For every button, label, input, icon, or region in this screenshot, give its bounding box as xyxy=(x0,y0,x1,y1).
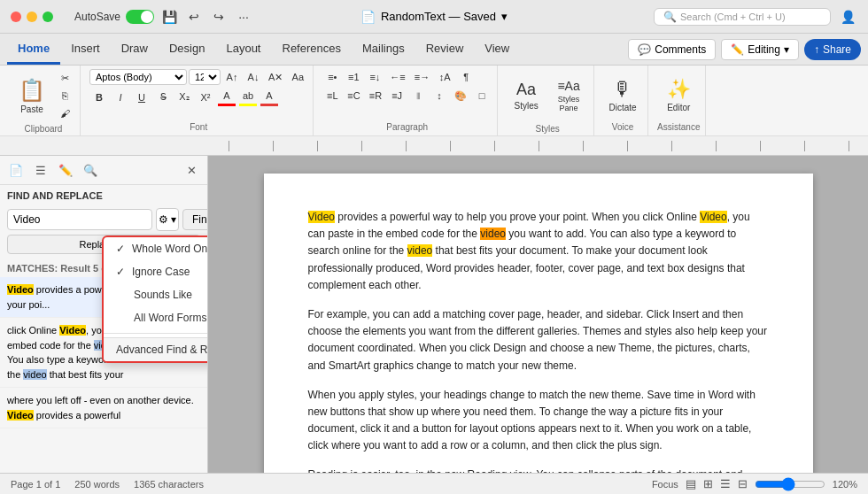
tab-layout[interactable]: Layout xyxy=(215,34,271,65)
doc-word-highlight: Video xyxy=(308,211,335,223)
shading-button[interactable]: 🎨 xyxy=(451,88,470,104)
decrease-indent-button[interactable]: ←≡ xyxy=(386,69,408,85)
editing-label: Editing xyxy=(748,43,780,56)
result-highlight: Video xyxy=(7,410,34,421)
line-spacing-button[interactable]: ↕ xyxy=(430,88,449,104)
all-word-forms-option[interactable]: All Word Forms xyxy=(104,306,208,329)
superscript-button[interactable]: X² xyxy=(196,89,215,105)
comments-button[interactable]: 💬 Comments xyxy=(628,39,716,60)
styles-button[interactable]: Aa Styles xyxy=(507,69,546,122)
format-paint-button[interactable]: 🖌 xyxy=(55,105,74,121)
text-shading-button[interactable]: A xyxy=(260,88,279,104)
tab-view[interactable]: View xyxy=(474,34,520,65)
doc-page: Video provides a powerful way to help yo… xyxy=(264,174,813,473)
find-list-button[interactable]: ☰ xyxy=(30,159,51,181)
show-hide-button[interactable]: ¶ xyxy=(456,69,476,85)
tab-draw[interactable]: Draw xyxy=(111,34,159,65)
close-button[interactable] xyxy=(11,12,21,22)
font-color-button[interactable]: A xyxy=(217,88,236,104)
editor-button[interactable]: ✨ Editor xyxy=(659,69,698,120)
font-size-select[interactable]: 12 xyxy=(189,69,221,85)
dictate-button[interactable]: 🎙 Dictate xyxy=(603,69,642,120)
title-bar-right: 🔍 Search (Cmd + Ctrl + U) 👤 xyxy=(654,7,857,27)
redo-icon[interactable]: ↪ xyxy=(209,7,229,27)
find-search-button[interactable]: 🔍 xyxy=(80,159,101,181)
focus-button[interactable]: Focus xyxy=(652,479,678,490)
editing-chevron: ▾ xyxy=(784,43,789,56)
editor-icon: ✨ xyxy=(667,78,691,101)
doc-area[interactable]: Video provides a powerful way to help yo… xyxy=(208,156,868,473)
view-icon-2[interactable]: ⊞ xyxy=(703,477,713,490)
columns-button[interactable]: ⫴ xyxy=(408,88,428,104)
undo-icon[interactable]: ↩ xyxy=(184,7,204,27)
result-highlight: Video xyxy=(7,284,34,295)
editing-button[interactable]: ✏️ Editing ▾ xyxy=(721,39,799,60)
doc-title-chevron[interactable]: ▾ xyxy=(501,10,508,23)
styles-pane-button[interactable]: ≡Aa Styles Pane xyxy=(549,69,588,122)
multilevel-button[interactable]: ≡↓ xyxy=(365,69,384,85)
find-button[interactable]: Find xyxy=(182,209,208,230)
sort-button[interactable]: ↕A xyxy=(435,69,454,85)
subscript-button[interactable]: X₂ xyxy=(174,89,194,105)
find-close-button[interactable]: ✕ xyxy=(181,159,202,181)
find-new-doc-button[interactable]: 📄 xyxy=(5,159,27,181)
bullets-button[interactable]: ≡• xyxy=(322,69,342,85)
find-edit-button[interactable]: ✏️ xyxy=(55,159,76,181)
copy-button[interactable]: ⎘ xyxy=(55,88,74,104)
bold-button[interactable]: B xyxy=(89,89,109,105)
share-button[interactable]: ↑ Share xyxy=(804,39,861,60)
tab-home[interactable]: Home xyxy=(7,34,60,65)
tab-design[interactable]: Design xyxy=(159,34,215,65)
font-color-bar xyxy=(218,104,236,106)
paste-button[interactable]: 📋 Paste xyxy=(12,69,51,122)
justify-button[interactable]: ≡J xyxy=(387,88,407,104)
editor-group: ✨ Editor Assistance xyxy=(652,66,706,135)
font-grow-button[interactable]: A↑ xyxy=(222,69,242,85)
increase-indent-button[interactable]: ≡→ xyxy=(411,69,433,85)
tab-mailings[interactable]: Mailings xyxy=(352,34,415,65)
doc-word-highlight: video xyxy=(407,244,433,257)
whole-word-option[interactable]: Whole Word Only xyxy=(104,237,208,260)
search-bar[interactable]: 🔍 Search (Cmd + Ctrl + U) xyxy=(654,8,831,26)
font-family-select[interactable]: Aptos (Body) xyxy=(89,69,187,85)
tab-references[interactable]: References xyxy=(272,34,352,65)
view-icon-3[interactable]: ☰ xyxy=(720,477,731,490)
align-left-button[interactable]: ≡L xyxy=(322,88,342,104)
para-row1: ≡• ≡1 ≡↓ ←≡ ≡→ ↕A ¶ xyxy=(322,69,492,85)
zoom-slider[interactable] xyxy=(755,477,825,491)
autosave-label: AutoSave xyxy=(74,11,120,23)
align-right-button[interactable]: ≡R xyxy=(366,88,385,104)
borders-button[interactable]: □ xyxy=(472,88,492,104)
result-item[interactable]: where you left off - even on another dev… xyxy=(0,388,207,428)
autosave-toggle[interactable] xyxy=(126,10,154,24)
ruler xyxy=(0,136,868,156)
view-icon-1[interactable]: ▤ xyxy=(686,477,696,490)
sounds-like-option[interactable]: Sounds Like xyxy=(104,283,208,306)
highlight-button[interactable]: ab xyxy=(238,88,258,104)
numbering-button[interactable]: ≡1 xyxy=(344,69,363,85)
tab-insert[interactable]: Insert xyxy=(60,34,111,65)
profile-icon[interactable]: 👤 xyxy=(838,7,857,27)
italic-button[interactable]: I xyxy=(111,89,130,105)
save-icon[interactable]: 💾 xyxy=(159,7,179,27)
gear-button[interactable]: ⚙ ▾ Whole Word Only Ignore Case Sounds L… xyxy=(156,208,179,231)
maximize-button[interactable] xyxy=(43,12,53,22)
advanced-option[interactable]: Advanced Find & Replace... xyxy=(104,337,208,361)
ignore-case-option[interactable]: Ignore Case xyxy=(104,260,208,283)
minimize-button[interactable] xyxy=(27,12,37,22)
change-case-button[interactable]: Aa xyxy=(288,69,307,85)
strikethrough-button[interactable]: S̶ xyxy=(153,89,173,105)
align-center-button[interactable]: ≡C xyxy=(344,88,363,104)
more-icon[interactable]: ··· xyxy=(234,7,253,27)
font-shrink-button[interactable]: A↓ xyxy=(244,69,263,85)
share-icon: ↑ xyxy=(814,43,819,56)
main-area: 📄 ☰ ✏️ 🔍 ✕ FIND AND REPLACE ⚙ ▾ Whole Wo… xyxy=(0,156,868,473)
doc-title: 📄 RandomText — Saved ▾ xyxy=(360,10,508,24)
tab-review[interactable]: Review xyxy=(415,34,475,65)
find-input[interactable] xyxy=(7,209,152,230)
cut-button[interactable]: ✂ xyxy=(55,70,74,86)
underline-button[interactable]: U xyxy=(132,89,151,105)
clear-format-button[interactable]: A✕ xyxy=(265,69,286,85)
search-icon: 🔍 xyxy=(663,11,677,23)
view-icon-4[interactable]: ⊟ xyxy=(738,477,748,490)
